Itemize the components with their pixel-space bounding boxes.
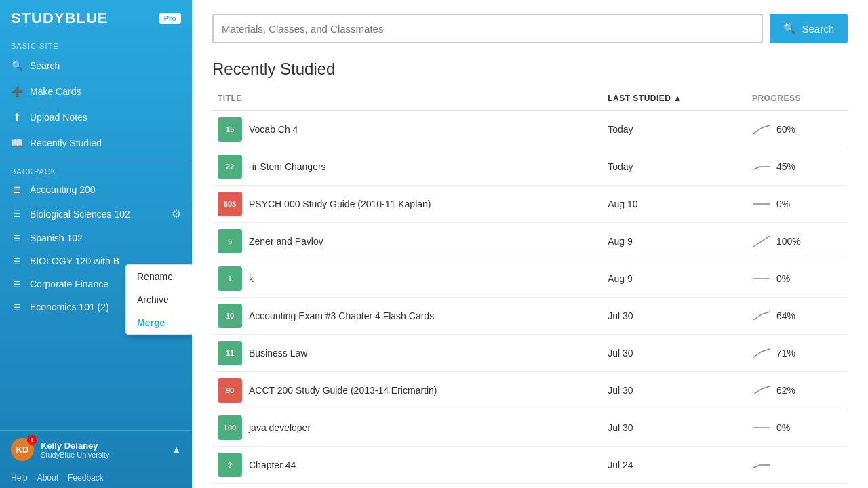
- col-progress: PROGRESS: [747, 89, 848, 110]
- card-thumb: 11: [218, 341, 242, 365]
- progress-up-icon: [752, 309, 771, 323]
- sidebar-item-label: Make Cards: [30, 86, 81, 97]
- card-title: Accounting Exam #3 Chapter 4 Flash Cards: [249, 310, 434, 321]
- progress-value: 0%: [776, 199, 790, 209]
- card-title: -ir Stem Changers: [249, 161, 326, 172]
- last-studied-cell: Jul 30: [602, 298, 747, 335]
- search-input[interactable]: [222, 23, 753, 35]
- card-thumb: 5: [218, 229, 242, 253]
- progress-cell: 100%: [747, 223, 848, 260]
- table-row: 608 PSYCH 000 Study Guide (2010-11 Kapla…: [212, 186, 848, 223]
- progress-cell: 0%: [747, 409, 848, 447]
- title-cell[interactable]: 608 PSYCH 000 Study Guide (2010-11 Kapla…: [212, 186, 602, 223]
- table-header-row: TITLE LAST STUDIED ▲ PROGRESS: [212, 89, 848, 110]
- user-school: StudyBlue University: [41, 451, 165, 459]
- last-studied-cell: Jul 30: [602, 409, 747, 447]
- title-cell[interactable]: 11 Business Law: [212, 335, 602, 372]
- sidebar: STUDYBLUE Pro Basic Site 🔍 Search➕ Make …: [0, 0, 192, 488]
- backpack-item-label: BIOLOGY 120 with B: [30, 256, 119, 266]
- card-title: java developer: [249, 422, 311, 433]
- progress-flat-icon: [752, 197, 771, 211]
- card-thumb: 15: [218, 117, 242, 142]
- avatar-badge: 1: [27, 435, 37, 445]
- folder-icon: ☰: [11, 185, 23, 195]
- logo: STUDYBLUE: [11, 9, 108, 27]
- folder-icon: ☰: [11, 302, 23, 312]
- sidebar-item-label: Upload Notes: [30, 112, 87, 123]
- basic-site-label: Basic Site: [0, 37, 192, 53]
- table-row: 1 k Aug 9 0%: [212, 260, 848, 298]
- table-row: 90 ACCT 200 Study Guide (2013-14 Ericmar…: [212, 372, 848, 409]
- progress-up-icon: [752, 123, 771, 136]
- card-thumb: 1: [218, 266, 242, 291]
- card-thumb: 90: [218, 378, 242, 403]
- title-cell[interactable]: 100 java developer: [212, 409, 602, 447]
- backpack-item-label: Corporate Finance: [30, 279, 108, 289]
- title-cell[interactable]: ? Chapter 44: [212, 447, 602, 484]
- context-menu-item-rename[interactable]: Rename: [126, 265, 192, 288]
- footer-links: HelpAboutFeedback: [0, 468, 192, 488]
- footer-link-about[interactable]: About: [37, 473, 58, 483]
- card-title: Chapter 44: [249, 460, 296, 470]
- table-row: 11 Business Law Jul 30 71%: [212, 335, 848, 372]
- backpack-item-bio-sci-102[interactable]: ☰ Biological Sciences 102 ⚙: [0, 201, 192, 226]
- page-title: Recently Studied: [212, 60, 848, 79]
- progress-value: 71%: [776, 348, 795, 359]
- last-studied-cell: Aug 9: [602, 223, 747, 260]
- backpack-item-label: Accounting 200: [30, 184, 96, 195]
- user-section[interactable]: KD 1 Kelly Delaney StudyBlue University …: [0, 431, 192, 468]
- progress-cell: 71%: [747, 335, 848, 372]
- nav-icon-recently-studied: 📖: [11, 137, 23, 149]
- card-thumb: 100: [218, 415, 242, 440]
- progress-value: 45%: [776, 161, 795, 172]
- progress-value: 62%: [776, 385, 795, 396]
- card-title: Vocab Ch 4: [249, 124, 298, 135]
- last-studied-cell: Aug 9: [602, 260, 747, 298]
- col-title: TITLE: [212, 89, 602, 110]
- sidebar-item-label: Search: [30, 60, 60, 71]
- backpack-item-spanish-102[interactable]: ☰ Spanish 102: [0, 226, 192, 249]
- title-cell[interactable]: 90 ACCT 200 Study Guide (2013-14 Ericmar…: [212, 372, 602, 409]
- gear-icon[interactable]: ⚙: [172, 207, 181, 220]
- table-row: 5 Zener and Pavlov Aug 9 100%: [212, 223, 848, 260]
- user-info: Kelly Delaney StudyBlue University: [41, 441, 165, 459]
- card-title: k: [249, 273, 254, 284]
- progress-cell: 0%: [747, 186, 848, 223]
- progress-up-icon: [752, 346, 771, 360]
- card-thumb: 22: [218, 155, 242, 179]
- footer-link-help[interactable]: Help: [11, 473, 28, 483]
- avatar: KD 1: [11, 438, 34, 461]
- progress-cell: 45%: [747, 148, 848, 186]
- title-cell[interactable]: 5 Zener and Pavlov: [212, 223, 602, 260]
- context-menu-item-archive[interactable]: Archive: [126, 288, 192, 311]
- avatar-initials: KD: [16, 445, 29, 455]
- folder-icon: ☰: [11, 279, 23, 289]
- title-cell[interactable]: 15 Vocab Ch 4: [212, 110, 602, 148]
- user-name: Kelly Delaney: [41, 441, 165, 451]
- progress-value: 0%: [776, 422, 790, 433]
- search-button[interactable]: 🔍 Search: [770, 14, 848, 43]
- backpack-label: BACKPACK: [0, 162, 192, 178]
- progress-cell: 62%: [747, 372, 848, 409]
- context-menu-item-merge[interactable]: Merge: [126, 311, 192, 334]
- sidebar-item-recently-studied[interactable]: 📖 Recently Studied: [0, 130, 192, 156]
- title-cell[interactable]: 22 -ir Stem Changers: [212, 148, 602, 186]
- footer-link-feedback[interactable]: Feedback: [68, 473, 104, 483]
- search-bar: 🔍 Search: [212, 14, 848, 43]
- sidebar-item-label: Recently Studied: [30, 138, 102, 148]
- main-content: 🔍 Search Recently Studied TITLE LAST STU…: [192, 0, 868, 488]
- sidebar-item-search[interactable]: 🔍 Search: [0, 53, 192, 79]
- table-row: 100 java developer Jul 30 0%: [212, 409, 848, 447]
- nav-icon-make-cards: ➕: [11, 85, 23, 98]
- title-cell[interactable]: 1 k: [212, 260, 602, 298]
- card-title: PSYCH 000 Study Guide (2010-11 Kaplan): [249, 199, 431, 209]
- card-thumb: 10: [218, 304, 242, 328]
- progress-flat-icon: [752, 272, 771, 285]
- sidebar-item-upload-notes[interactable]: ⬆ Upload Notes: [0, 104, 192, 130]
- nav-icon-search: 🔍: [11, 60, 23, 72]
- backpack-item-accounting-200[interactable]: ☰ Accounting 200: [0, 178, 192, 201]
- col-last-studied[interactable]: LAST STUDIED ▲: [602, 89, 747, 110]
- sidebar-item-make-cards[interactable]: ➕ Make Cards: [0, 79, 192, 104]
- card-title: Business Law: [249, 348, 307, 359]
- title-cell[interactable]: 10 Accounting Exam #3 Chapter 4 Flash Ca…: [212, 298, 602, 335]
